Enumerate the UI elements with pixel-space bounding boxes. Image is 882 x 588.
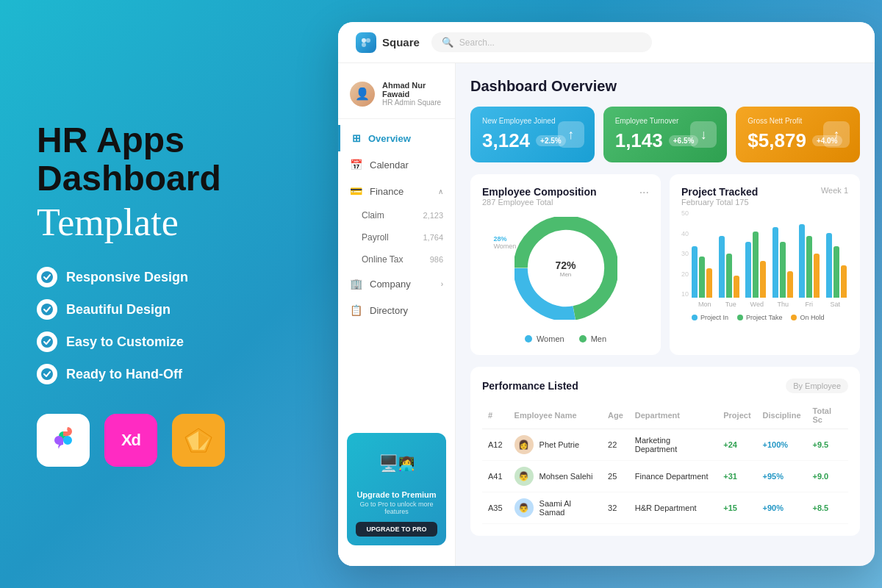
bar-group-sat: [826, 233, 849, 298]
stat-card-new-employee: New Employee Joined 3,124 +2.5% ↑: [470, 107, 595, 162]
women-dot: [525, 335, 532, 343]
bar-project-in: [692, 246, 698, 298]
table-row: A35 👨 Saami Al Samad 32 H&R Department: [482, 492, 848, 524]
svg-point-1: [41, 304, 53, 315]
bar-chart-legend: Project In Project Take On Hold: [692, 314, 848, 321]
performance-table: # Employee Name Age Department Project D…: [482, 402, 848, 524]
col-header-dept: Department: [629, 402, 717, 429]
directory-icon: 📋: [350, 304, 362, 316]
user-info: Ahmad Nur Fawaid HR Admin Square: [382, 81, 443, 107]
table-row: A41 👨 Mohsen Salehi 25 Finance Departmen…: [482, 461, 848, 492]
bar-chart-wrapper: 10 20 30 40 50: [681, 209, 848, 321]
upgrade-button[interactable]: UPGRADE TO PRO: [356, 522, 437, 537]
avatar: 👩: [514, 435, 534, 454]
sidebar-item-calendar[interactable]: 📅 Calendar: [338, 151, 455, 178]
employee-composition-card: Employee Composition 287 Employee Total …: [470, 174, 661, 355]
topbar: Square 🔍 Search...: [338, 22, 875, 63]
sidebar-item-payroll[interactable]: Payroll 1,764: [338, 226, 455, 248]
calendar-icon: 📅: [350, 159, 362, 171]
check-icon: [37, 267, 57, 287]
upgrade-card: 🖥️👩‍💻 Upgrade to Premium Go to Pro to un…: [347, 433, 446, 545]
check-icon-3: [37, 331, 57, 352]
search-bar[interactable]: 🔍 Search...: [431, 32, 652, 52]
feature-beautiful: Beautiful Design: [37, 299, 301, 320]
chevron-up-icon: ∧: [438, 187, 443, 196]
search-icon: 🔍: [442, 37, 453, 48]
donut-chart: 72% Men 28%Women: [514, 217, 617, 320]
bar-labels: Mon Tue Wed Thu Fri Sat: [692, 301, 848, 308]
stats-row: New Employee Joined 3,124 +2.5% ↑ Employ…: [470, 107, 860, 162]
check-icon-2: [37, 299, 57, 320]
svg-point-0: [41, 271, 53, 283]
legend-men: Men: [579, 334, 606, 343]
bar-group-wed: [745, 232, 768, 298]
col-header-name: Employee Name: [509, 402, 602, 429]
col-header-id: #: [482, 402, 509, 429]
performance-header: Performance Listed By Employee: [482, 379, 848, 393]
left-panel: HR Apps Dashboard Template Responsive De…: [0, 92, 338, 497]
bar-group-thu: [772, 227, 795, 298]
legend-on-hold: On Hold: [791, 314, 824, 321]
col-header-discipline: Discipline: [757, 402, 807, 429]
svg-point-8: [362, 38, 366, 43]
bar-group-tue: [719, 236, 742, 298]
svg-point-9: [366, 38, 370, 43]
bar-on-hold: [706, 268, 712, 298]
stat-card-profit: Gross Nett Profit $5,879 +4.0% ↑: [736, 107, 860, 162]
men-dot: [579, 335, 587, 343]
project-tracked-card: Project Tracked February Total 175 Week …: [670, 174, 860, 355]
overview-icon: ⊞: [352, 132, 361, 144]
feature-responsive: Responsive Design: [37, 267, 301, 287]
stat-arrow-down-icon: ↓: [690, 121, 717, 148]
check-icon-4: [37, 364, 57, 384]
legend-project-in: Project In: [692, 314, 728, 321]
company-icon: 🏢: [350, 278, 362, 290]
finance-submenu: Claim 2,123 Payroll 1,764 Online Tax 986: [338, 204, 455, 270]
sidebar-item-company[interactable]: 🏢 Company ›: [338, 270, 455, 297]
more-options-icon[interactable]: ···: [639, 186, 649, 199]
col-header-age: Age: [602, 402, 629, 429]
sidebar-item-online-tax[interactable]: Online Tax 986: [338, 248, 455, 270]
xd-icon: Xd: [104, 414, 157, 467]
avatar: 👤: [350, 82, 375, 107]
bar-project-take: [699, 257, 705, 298]
mid-section: Employee Composition 287 Employee Total …: [470, 174, 860, 355]
sidebar-item-claim[interactable]: Claim 2,123: [338, 204, 455, 226]
col-header-project: Project: [717, 402, 756, 429]
feature-customize: Easy to Customize: [37, 331, 301, 352]
sidebar-item-finance[interactable]: 💳 Finance ∧: [338, 178, 455, 204]
sidebar-item-overview[interactable]: ⊞ Overview: [338, 125, 455, 151]
stat-profit-icon: ↑: [823, 121, 850, 148]
page-title: Dashboard Overview: [470, 78, 860, 95]
figma-icon: [37, 414, 90, 467]
chevron-right-icon: ›: [441, 280, 443, 288]
stat-arrow-up-icon: ↑: [558, 121, 584, 148]
logo-icon: [356, 32, 376, 53]
col-header-total: Total Sc: [807, 402, 848, 429]
sidebar: 👤 Ahmad Nur Fawaid HR Admin Square ⊞ Ove…: [338, 63, 456, 566]
upgrade-illustration: 🖥️👩‍💻: [356, 442, 437, 486]
stat-card-turnover: Employee Turnover 1,143 +6.5% ↓: [603, 107, 728, 162]
features-list: Responsive Design Beautiful Design Easy …: [37, 267, 301, 384]
svg-point-10: [362, 43, 366, 47]
svg-point-3: [41, 368, 53, 380]
avatar: 👨: [514, 498, 534, 517]
y-axis: 10 20 30 40 50: [681, 209, 692, 298]
avatar: 👨: [514, 467, 534, 486]
main-area: 👤 Ahmad Nur Fawaid HR Admin Square ⊞ Ove…: [338, 63, 875, 566]
tool-icons-row: Xd: [37, 414, 301, 467]
dashboard-panel: Square 🔍 Search... 👤 Ahmad Nur Fawaid HR…: [338, 22, 875, 566]
svg-point-2: [41, 336, 53, 348]
sidebar-item-directory[interactable]: 📋 Directory: [338, 297, 455, 323]
bar-group-fri: [799, 224, 822, 298]
legend-women: Women: [525, 334, 564, 343]
finance-icon: 💳: [350, 185, 362, 197]
bar-chart: [692, 209, 848, 298]
content-area: Dashboard Overview New Employee Joined 3…: [456, 63, 875, 566]
donut-legend: Women Men: [482, 334, 649, 343]
dashboard-wrapper: Square 🔍 Search... 👤 Ahmad Nur Fawaid HR…: [338, 0, 882, 588]
logo-area: Square: [356, 32, 420, 53]
bar-group-mon: [692, 246, 714, 298]
main-heading: HR Apps Dashboard Template: [37, 121, 301, 244]
filter-button[interactable]: By Employee: [786, 379, 848, 393]
